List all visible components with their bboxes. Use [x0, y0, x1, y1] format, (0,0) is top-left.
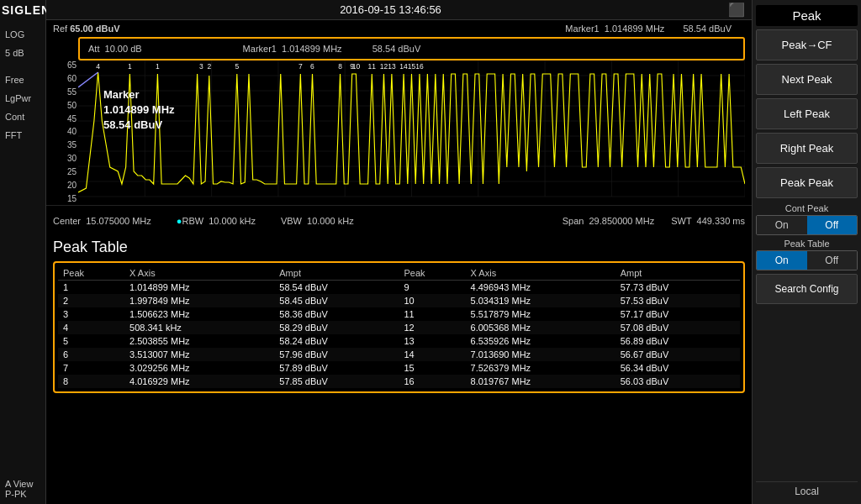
- span-info: Span 29.850000 MHz: [563, 216, 654, 226]
- y-label-50: 50: [53, 101, 78, 110]
- y-label-35: 35: [53, 140, 78, 150]
- att-label: Att 10.00 dB: [88, 44, 167, 54]
- datetime-display: 2016-09-15 13:46:56: [340, 3, 441, 16]
- col-peak-1: Peak: [58, 266, 124, 281]
- svg-text:10: 10: [352, 62, 361, 71]
- svg-text:8: 8: [338, 62, 342, 71]
- left-item-fft[interactable]: FFT: [2, 129, 44, 142]
- local-label[interactable]: Local: [756, 481, 858, 501]
- col-xaxis-2: X Axis: [466, 266, 615, 281]
- table-row: 31.506623 MHz58.36 dBuV115.517879 MHz57.…: [58, 307, 740, 321]
- main-area: 2016-09-15 13:46:56 ⬛ Ref 65.00 dBuV Mar…: [46, 0, 752, 504]
- table-row: 63.513007 MHz57.96 dBuV147.013690 MHz56.…: [58, 348, 740, 361]
- peak-peak-button[interactable]: Peak Peak: [756, 167, 858, 198]
- y-axis: 65 60 55 50 45 40 35 30 25 20 15: [53, 60, 78, 205]
- svg-text:13: 13: [388, 62, 396, 71]
- y-label-55: 55: [53, 87, 78, 97]
- swt-info: SWT 449.330 ms: [671, 216, 745, 226]
- svg-text:1: 1: [156, 62, 160, 71]
- cont-peak-off-button[interactable]: Off: [807, 216, 858, 234]
- cont-peak-label: Cont Peak: [756, 203, 858, 213]
- top-bar: 2016-09-15 13:46:56 ⬛: [46, 0, 752, 20]
- peak-table-off-button[interactable]: Off: [807, 251, 858, 270]
- y-label-60: 60: [53, 74, 78, 83]
- marker1-label: Marker1 1.014899 MHz 58.54 dBuV: [243, 44, 446, 54]
- svg-text:7: 7: [298, 62, 303, 71]
- peak-title-label: Peak: [756, 5, 858, 26]
- y-label-65: 65: [53, 60, 78, 70]
- peak-table-toggle[interactable]: On Off: [756, 250, 858, 270]
- table-row: 73.029256 MHz57.89 dBuV157.526379 MHz56.…: [58, 361, 740, 375]
- table-row: 52.503855 MHz58.24 dBuV136.535926 MHz56.…: [58, 334, 740, 348]
- att-marker-box: Att 10.00 dB Marker1 1.014899 MHz 58.54 …: [78, 37, 745, 60]
- svg-text:11: 11: [368, 62, 377, 71]
- svg-line-20: [78, 72, 98, 87]
- bottom-axis: Center 15.075000 MHz ●RBW 10.000 kHz VBW…: [46, 205, 752, 235]
- y-label-45: 45: [53, 114, 78, 123]
- peak-table-section: Peak Table Peak X Axis Ampt Peak X Axis …: [46, 235, 752, 420]
- table-row: 21.997849 MHz58.45 dBuV105.034319 MHz57.…: [58, 294, 740, 307]
- cont-peak-toggle[interactable]: On Off: [756, 215, 858, 235]
- table-row: 84.016929 MHz57.85 dBuV168.019767 MHz56.…: [58, 375, 740, 388]
- chart-inner: Att 10.00 dB Marker1 1.014899 MHz 58.54 …: [53, 37, 745, 205]
- table-row: 11.014899 MHz58.54 dBuV94.496943 MHz57.7…: [58, 281, 740, 295]
- peak-table-toggle-label: Peak Table: [756, 239, 858, 249]
- usb-icon: ⬛: [728, 2, 745, 18]
- left-item-cont[interactable]: Cont: [2, 110, 44, 123]
- svg-text:12: 12: [380, 62, 388, 71]
- svg-text:1: 1: [128, 62, 132, 71]
- svg-text:2: 2: [207, 62, 211, 71]
- center-freq-info: Center 15.075000 MHz: [53, 216, 151, 226]
- peak-to-cf-button[interactable]: Peak→CF: [756, 29, 858, 60]
- left-item-log[interactable]: LOG: [2, 28, 44, 41]
- left-item-lgpwr[interactable]: LgPwr: [2, 92, 44, 105]
- svg-text:14: 14: [399, 62, 408, 71]
- marker-info: Marker1 1.014899 MHz 58.54 dBuV: [565, 24, 745, 34]
- svg-text:3: 3: [199, 62, 203, 71]
- col-ampt-1: Ampt: [274, 266, 399, 281]
- y-label-30: 30: [53, 154, 78, 163]
- left-peak-button[interactable]: Left Peak: [756, 98, 858, 129]
- a-view-label[interactable]: A View P-PK: [2, 477, 44, 501]
- y-label-20: 20: [53, 181, 78, 190]
- y-label-25: 25: [53, 167, 78, 176]
- svg-text:15: 15: [408, 62, 416, 71]
- svg-text:4: 4: [96, 62, 100, 71]
- spectrum-header: Ref 65.00 dBuV Marker1 1.014899 MHz 58.5…: [46, 20, 752, 37]
- y-label-15: 15: [53, 194, 78, 203]
- spectrum-display: 4 1 1 3 2 5 7 6 8 9 10 11 12 13 14 15 16: [78, 37, 745, 205]
- vbw-info: VBW 10.000 kHz: [281, 216, 354, 226]
- ref-label: Ref 65.00 dBuV: [53, 24, 120, 34]
- col-ampt-2: Ampt: [615, 266, 740, 281]
- marker-annotation: Marker 1.014899 MHz 58.54 dBuV: [103, 87, 175, 134]
- rbw-info: ●RBW 10.000 kHz: [177, 216, 256, 226]
- svg-text:6: 6: [310, 62, 314, 71]
- col-xaxis-1: X Axis: [124, 266, 274, 281]
- rbw-dot: ●: [177, 216, 182, 226]
- cont-peak-on-button[interactable]: On: [757, 216, 807, 234]
- left-sidebar: SIGLENT LOG 5 dB Free LgPwr Cont FFT A V…: [0, 0, 46, 504]
- peak-table-on-button[interactable]: On: [757, 251, 807, 270]
- left-item-free[interactable]: Free: [2, 73, 44, 87]
- search-config-button[interactable]: Search Config: [756, 274, 858, 304]
- peak-table-wrapper: Peak X Axis Ampt Peak X Axis Ampt 11.014…: [53, 261, 745, 393]
- peak-table-title: Peak Table: [53, 239, 745, 256]
- next-peak-button[interactable]: Next Peak: [756, 64, 858, 95]
- peak-table: Peak X Axis Ampt Peak X Axis Ampt 11.014…: [58, 266, 740, 388]
- y-label-40: 40: [53, 127, 78, 136]
- svg-text:16: 16: [415, 62, 424, 71]
- left-item-5db[interactable]: 5 dB: [2, 46, 44, 60]
- right-sidebar: Peak Peak→CF Next Peak Left Peak Right P…: [752, 0, 861, 504]
- svg-text:5: 5: [235, 62, 239, 71]
- right-peak-button[interactable]: Right Peak: [756, 133, 858, 164]
- chart-container: Att 10.00 dB Marker1 1.014899 MHz 58.54 …: [53, 37, 745, 205]
- col-peak-2: Peak: [399, 266, 465, 281]
- table-row: 4508.341 kHz58.29 dBuV126.005368 MHz57.0…: [58, 321, 740, 334]
- brand-logo: SIGLENT: [2, 3, 44, 17]
